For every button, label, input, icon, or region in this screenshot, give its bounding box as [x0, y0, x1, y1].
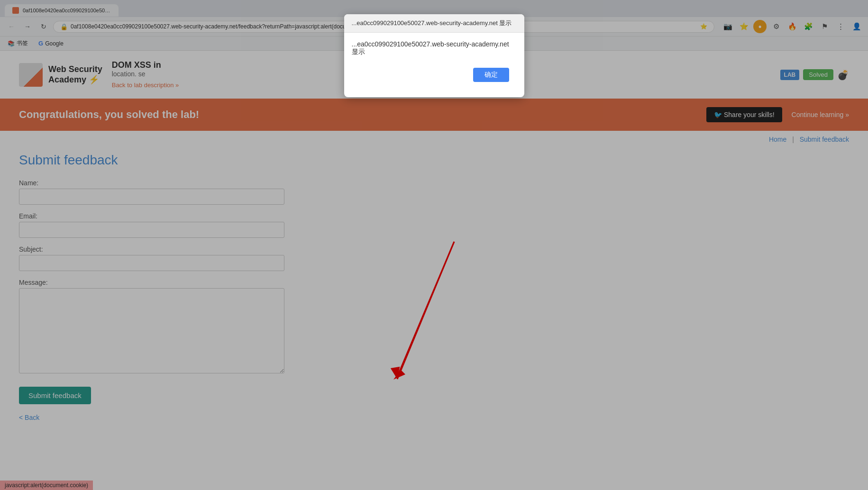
alert-header: ...ea0cc099029100e50027.web-security-aca…	[344, 14, 524, 33]
alert-message-text: ...ea0cc099029100e50027.web-security-aca…	[352, 40, 509, 55]
alert-footer: 确定	[352, 64, 517, 90]
alert-message: ...ea0cc099029100e50027.web-security-aca…	[352, 40, 517, 56]
alert-body: ...ea0cc099029100e50027.web-security-aca…	[344, 33, 524, 97]
alert-dialog: ...ea0cc099029100e50027.web-security-aca…	[344, 14, 524, 97]
alert-overlay: ...ea0cc099029100e50027.web-security-aca…	[0, 0, 868, 490]
alert-ok-button[interactable]: 确定	[473, 68, 509, 82]
